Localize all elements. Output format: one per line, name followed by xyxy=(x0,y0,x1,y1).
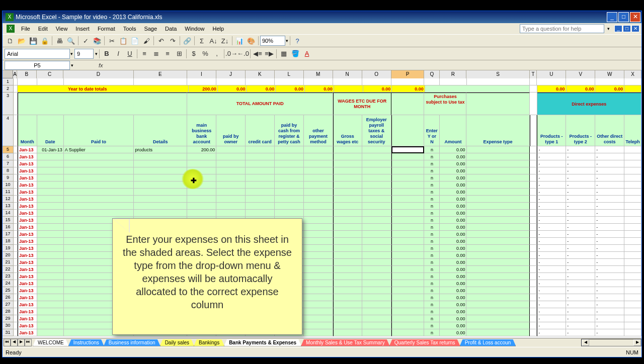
cell[interactable]: - xyxy=(537,203,566,210)
yn-cell[interactable]: n xyxy=(424,280,440,287)
cell[interactable] xyxy=(362,160,391,167)
cell[interactable] xyxy=(391,78,425,85)
expense-type-cell[interactable] xyxy=(466,210,529,217)
cell[interactable] xyxy=(37,189,64,196)
cell[interactable]: - xyxy=(566,167,595,174)
row-header-12[interactable]: 12 xyxy=(3,196,14,203)
amount-cell[interactable]: 0.00 xyxy=(440,259,466,266)
cell[interactable] xyxy=(624,231,641,238)
cell[interactable] xyxy=(391,329,425,336)
tab-last-icon[interactable]: ⏭ xyxy=(25,339,32,346)
col-header-R[interactable]: R xyxy=(440,70,466,78)
cell[interactable] xyxy=(530,322,537,329)
cell[interactable] xyxy=(134,160,187,167)
cell[interactable] xyxy=(362,280,391,287)
cell[interactable] xyxy=(134,153,187,160)
col-header-A[interactable]: A xyxy=(13,70,17,78)
cell[interactable] xyxy=(18,78,37,85)
cell[interactable] xyxy=(362,329,391,336)
cell[interactable] xyxy=(333,308,362,315)
month-cell[interactable]: Jan-13 xyxy=(18,189,37,196)
cell[interactable]: - xyxy=(566,160,595,167)
cell[interactable] xyxy=(134,196,187,203)
cell[interactable] xyxy=(216,196,246,203)
menu-file[interactable]: File xyxy=(18,25,34,33)
amount-cell[interactable]: 0.00 xyxy=(440,245,466,252)
cell[interactable]: - xyxy=(537,308,566,315)
cell[interactable] xyxy=(624,294,641,301)
cell[interactable] xyxy=(275,181,304,189)
col-header-Q[interactable]: Q xyxy=(424,70,440,78)
col-header-J[interactable]: J xyxy=(216,70,246,78)
yn-cell[interactable]: n xyxy=(424,174,440,181)
cell[interactable] xyxy=(333,146,362,153)
cell[interactable] xyxy=(37,294,64,301)
cell[interactable] xyxy=(624,322,641,329)
cell[interactable] xyxy=(304,287,333,294)
increase-decimal-icon[interactable]: .0→ xyxy=(226,48,237,59)
cell[interactable] xyxy=(216,174,246,181)
zoom-dropdown-icon[interactable]: ▾ xyxy=(286,38,288,43)
cell[interactable] xyxy=(530,308,537,315)
cell[interactable] xyxy=(530,189,537,196)
cell[interactable]: - xyxy=(566,259,595,266)
cell[interactable] xyxy=(391,238,425,245)
cell[interactable] xyxy=(362,252,391,259)
cell[interactable] xyxy=(391,245,425,252)
cell[interactable] xyxy=(530,181,537,189)
month-cell[interactable]: Jan-13 xyxy=(18,153,37,160)
cell[interactable] xyxy=(391,322,425,329)
expense-type-cell[interactable] xyxy=(466,196,529,203)
cell[interactable] xyxy=(216,153,246,160)
cell[interactable] xyxy=(624,266,641,273)
cell[interactable] xyxy=(391,181,425,189)
font-size-input[interactable] xyxy=(74,49,94,59)
cell[interactable]: - xyxy=(537,231,566,238)
col-header-M[interactable]: M xyxy=(304,70,333,78)
yn-cell[interactable]: n xyxy=(424,287,440,294)
scroll-left-icon[interactable]: ◀ xyxy=(582,339,589,346)
cell[interactable]: - xyxy=(537,287,566,294)
cell[interactable]: - xyxy=(537,167,566,174)
cell[interactable] xyxy=(37,273,64,280)
expense-type-cell[interactable] xyxy=(466,329,529,336)
cell[interactable] xyxy=(362,167,391,174)
font-name-input[interactable] xyxy=(5,49,70,59)
cell[interactable] xyxy=(391,224,425,231)
italic-icon[interactable]: I xyxy=(113,48,124,59)
cell[interactable]: - xyxy=(566,266,595,273)
col-header-N[interactable]: N xyxy=(333,70,362,78)
open-icon[interactable]: 📂 xyxy=(16,35,27,46)
cell[interactable] xyxy=(362,238,391,245)
month-cell[interactable]: Jan-13 xyxy=(18,231,37,238)
cell[interactable] xyxy=(37,322,64,329)
cell[interactable] xyxy=(246,196,275,203)
expense-type-cell[interactable] xyxy=(466,174,529,181)
paidto-cell[interactable]: A Supplier xyxy=(64,146,134,153)
underline-icon[interactable]: U xyxy=(124,48,135,59)
cell[interactable] xyxy=(134,210,187,217)
expense-type-cell[interactable] xyxy=(466,308,529,315)
expense-type-cell[interactable] xyxy=(466,294,529,301)
align-left-icon[interactable]: ≡ xyxy=(139,48,150,59)
cell[interactable] xyxy=(246,146,275,153)
active-cell-P5[interactable] xyxy=(391,146,425,153)
cell[interactable] xyxy=(37,266,64,273)
col-header-P[interactable]: P xyxy=(391,70,425,78)
cell[interactable]: - xyxy=(537,266,566,273)
row-header-21[interactable]: 21 xyxy=(3,259,14,266)
yn-cell[interactable]: n xyxy=(424,329,440,336)
cell[interactable]: - xyxy=(595,329,624,336)
align-center-icon[interactable]: ≣ xyxy=(150,48,162,59)
cell[interactable]: - xyxy=(537,315,566,322)
cell[interactable] xyxy=(216,203,246,210)
help-search[interactable] xyxy=(520,24,604,33)
month-cell[interactable]: Jan-13 xyxy=(18,301,37,308)
print-icon[interactable]: 🖶 xyxy=(54,35,65,46)
merge-icon[interactable]: ⊞ xyxy=(174,48,185,59)
sheet-tab-instructions[interactable]: Instructions xyxy=(68,339,104,346)
cell[interactable] xyxy=(333,315,362,322)
col-header-B[interactable]: B xyxy=(17,70,37,78)
month-cell[interactable]: Jan-13 xyxy=(18,259,37,266)
cell[interactable] xyxy=(187,153,216,160)
